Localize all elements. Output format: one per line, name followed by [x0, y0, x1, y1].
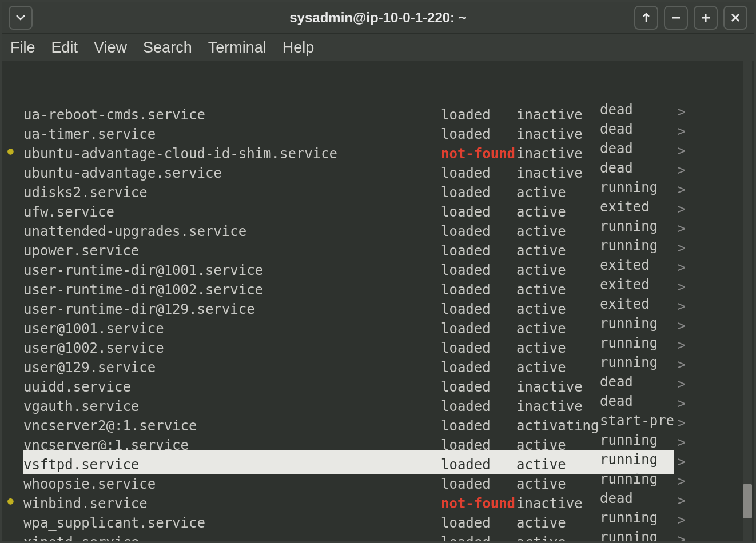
menubar: File Edit View Search Terminal Help — [2, 34, 754, 61]
service-sub: running — [600, 508, 674, 528]
line-truncation-icon: > — [674, 161, 686, 180]
line-truncation-icon: > — [674, 141, 686, 161]
line-truncation-icon: > — [674, 180, 686, 199]
scrollbar-thumb[interactable] — [743, 484, 752, 518]
close-icon — [731, 13, 740, 22]
service-name: xinetd.service — [23, 533, 441, 544]
titlebar: sysadmin@ip-10-0-1-220: ~ — [2, 2, 754, 34]
line-truncation-icon: > — [674, 510, 686, 530]
service-sub: dead — [600, 372, 674, 392]
minimize-icon — [671, 17, 681, 19]
service-sub: running — [600, 217, 674, 236]
line-truncation-icon: > — [674, 297, 686, 316]
line-truncation-icon: > — [674, 122, 686, 141]
scrollbar[interactable] — [743, 61, 752, 541]
service-sub: dead — [600, 158, 674, 178]
service-sub: exited — [600, 294, 674, 314]
service-sub: start-pre — [600, 411, 674, 430]
line-truncation-icon: > — [674, 433, 686, 452]
service-line: xinetd.serviceloadedactiverunning — [23, 528, 674, 544]
menu-edit[interactable]: Edit — [51, 39, 78, 57]
line-truncation-icon: > — [674, 530, 686, 543]
line-truncation-icon: > — [674, 238, 686, 258]
service-sub: running — [600, 333, 674, 353]
line-truncation-icon: > — [674, 374, 686, 394]
line-truncation-icon: > — [674, 472, 686, 491]
line-truncation-icon: > — [674, 277, 686, 297]
menu-search[interactable]: Search — [143, 39, 192, 57]
menu-help[interactable]: Help — [282, 39, 315, 57]
service-sub: dead — [600, 392, 674, 411]
line-truncation-icon: > — [674, 258, 686, 277]
service-sub: exited — [600, 255, 674, 275]
maximize-button[interactable] — [694, 6, 718, 30]
line-truncation-icon: > — [674, 219, 686, 238]
menu-terminal[interactable]: Terminal — [208, 39, 266, 57]
service-row: xinetd.serviceloadedactiverunning> — [7, 530, 754, 543]
service-sub: dead — [600, 119, 674, 139]
line-truncation-icon: > — [674, 491, 686, 510]
menu-view[interactable]: View — [94, 39, 127, 57]
service-sub: dead — [600, 139, 674, 158]
line-truncation-icon: > — [674, 316, 686, 336]
status-bullet-icon: ● — [7, 141, 23, 161]
line-truncation-icon: > — [674, 452, 686, 472]
line-truncation-icon: > — [674, 355, 686, 374]
service-sub: running — [600, 450, 674, 469]
window-title: sysadmin@ip-10-0-1-220: ~ — [289, 10, 467, 26]
line-truncation-icon: > — [674, 336, 686, 355]
terminal-output[interactable]: ua-reboot-cmds.serviceloadedinactivedead… — [2, 61, 754, 541]
service-sub: running — [600, 314, 674, 333]
chevron-down-icon — [16, 15, 25, 21]
plus-icon — [701, 13, 710, 22]
service-active: active — [516, 533, 600, 544]
service-sub: running — [600, 430, 674, 450]
close-button[interactable] — [723, 6, 747, 30]
window-menu-button[interactable] — [9, 6, 33, 30]
menu-file[interactable]: File — [10, 39, 35, 57]
line-truncation-icon: > — [674, 394, 686, 413]
service-sub: exited — [600, 197, 674, 217]
arrow-up-icon — [642, 13, 650, 22]
minimize-button[interactable] — [664, 6, 688, 30]
line-truncation-icon: > — [674, 413, 686, 433]
service-sub: dead — [600, 100, 674, 119]
service-load: loaded — [441, 533, 516, 544]
line-truncation-icon: > — [674, 199, 686, 219]
status-bullet-icon: ● — [7, 491, 23, 510]
service-sub: running — [600, 528, 674, 544]
line-truncation-icon: > — [674, 102, 686, 122]
service-sub: running — [600, 469, 674, 489]
service-sub: running — [600, 178, 674, 197]
service-sub: running — [600, 353, 674, 372]
scroll-up-button[interactable] — [634, 6, 658, 30]
service-sub: dead — [600, 489, 674, 508]
service-sub: exited — [600, 275, 674, 294]
service-sub: running — [600, 236, 674, 255]
